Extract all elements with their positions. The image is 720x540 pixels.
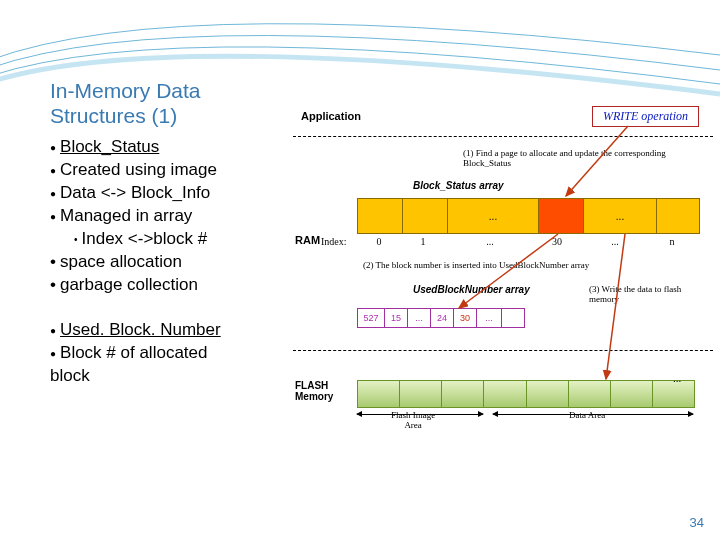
- write-operation-box: WRITE operation: [592, 106, 699, 127]
- slide-title: In-Memory Data Structures (1): [50, 78, 290, 128]
- left-text-column: In-Memory Data Structures (1) ●Block_Sta…: [50, 78, 290, 388]
- flash-memory-label: FLASHMemory: [295, 380, 333, 402]
- used-block-number-array: 527 15 ... 24 30 ...: [357, 308, 525, 328]
- ram-label: RAM: [295, 234, 320, 246]
- dashed-divider-1: [293, 136, 713, 137]
- flash-image-area-label: Flash ImageArea: [391, 410, 435, 430]
- step3-label: (3) Write the data to flash memory: [589, 284, 709, 304]
- index-row: 0 1 ... 30 ... n: [357, 236, 693, 247]
- flash-memory-array: [357, 380, 695, 408]
- diagram-area: Application WRITE operation (1) Find a p…: [293, 104, 713, 474]
- application-label: Application: [301, 110, 361, 122]
- ubn-array-label: UsedBlockNumber array: [413, 284, 530, 295]
- index-label: Index:: [321, 236, 347, 247]
- bs-array-label: Block_Status array: [413, 180, 504, 191]
- dashed-divider-2: [293, 350, 713, 351]
- bullet-created: Created using image: [60, 159, 217, 182]
- bullet-gc: garbage collection: [60, 274, 198, 297]
- bullet-block-allocated: Block # of allocated: [60, 342, 207, 365]
- step2-label: (2) The block number is inserted into Us…: [363, 260, 603, 270]
- page-number: 34: [690, 515, 704, 530]
- block-status-array: ... ...: [357, 198, 700, 234]
- svg-line-2: [606, 234, 625, 379]
- bullet-index: Index <->block #: [82, 228, 208, 251]
- flash-ellipsis: ...: [673, 372, 681, 384]
- bullet-list: ●Block_Status ●Created using image ●Data…: [50, 136, 290, 387]
- bullet-space-alloc: space allocation: [60, 251, 182, 274]
- bullet-block-allocated-l2: block: [50, 365, 290, 388]
- bullet-managed: Managed in array: [60, 205, 192, 228]
- bullet-used-block-number: Used. Block. Number: [60, 319, 221, 342]
- step1-label: (1) Find a page to allocate and update t…: [463, 148, 703, 168]
- data-area-label: Data Area: [569, 410, 605, 420]
- bullet-data-blockinfo: Data <-> Block_Info: [60, 182, 210, 205]
- bullet-block-status: Block_Status: [60, 136, 159, 159]
